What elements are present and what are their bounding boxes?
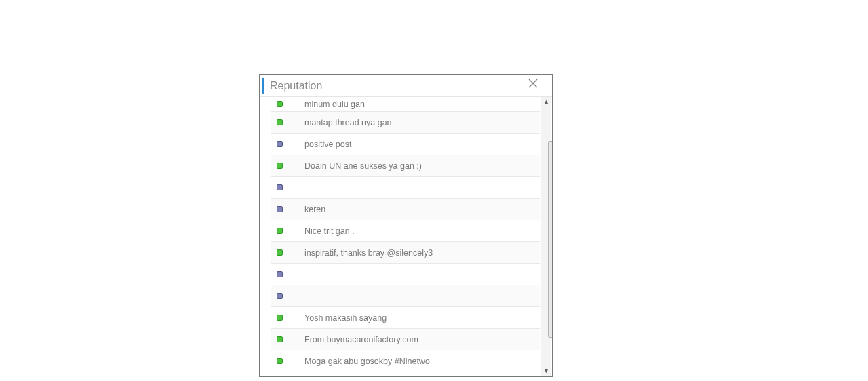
list-item (271, 177, 540, 199)
list-item: mantap thread nya gan (271, 112, 540, 134)
list-item: Doain UN ane sukses ya gan ;) (271, 155, 540, 177)
rep-badge-icon (277, 163, 283, 169)
rep-text: Yosh makasih sayang (304, 313, 387, 323)
reputation-list: minum dulu gan mantap thread nya gan pos… (271, 97, 540, 376)
rep-badge-icon (277, 271, 283, 277)
rep-badge-icon (277, 293, 283, 299)
list-item: keren (271, 199, 540, 220)
list-item (271, 285, 540, 307)
reputation-modal: Reputation ▲ ▼ minum dulu gan mantap thr… (259, 74, 553, 377)
rep-badge-icon (277, 141, 283, 147)
close-button[interactable] (528, 78, 540, 90)
rep-badge-icon (277, 336, 283, 342)
modal-body: ▲ ▼ minum dulu gan mantap thread nya gan… (260, 97, 552, 376)
scroll-up-button[interactable]: ▲ (541, 97, 551, 106)
rep-badge-icon (277, 101, 283, 107)
modal-accent-bar (262, 78, 264, 94)
list-item (271, 264, 540, 285)
rep-text: inspiratif, thanks bray @silencely3 (304, 248, 433, 258)
list-item: From buymacaronifactory.com (271, 329, 540, 350)
rep-badge-icon (277, 184, 283, 190)
scroll-down-button[interactable]: ▼ (541, 366, 551, 376)
rep-text: positive post (304, 140, 351, 149)
list-item: minum dulu gan (271, 97, 540, 112)
rep-text: mantap thread nya gan (304, 118, 392, 127)
modal-header: Reputation (260, 75, 552, 97)
rep-text: keren (304, 205, 326, 214)
scrollbar-thumb[interactable] (548, 141, 552, 338)
rep-badge-icon (277, 228, 283, 234)
modal-title: Reputation (270, 80, 322, 92)
rep-text: Moga gak abu gosokby #Ninetwo (304, 357, 430, 366)
rep-badge-icon (277, 315, 283, 321)
list-item: inspiratif, thanks bray @silencely3 (271, 242, 540, 264)
rep-text: From buymacaronifactory.com (304, 335, 418, 344)
rep-badge-icon (277, 358, 283, 364)
list-item: Moga gak abu gosokby #Ninetwo (271, 350, 540, 372)
rep-text: Doain UN ane sukses ya gan ;) (304, 161, 422, 171)
close-icon (528, 78, 538, 89)
rep-badge-icon (277, 206, 283, 212)
rep-text: Nice trit gan.. (304, 226, 355, 236)
rep-badge-icon (277, 119, 283, 125)
list-item: positive post (271, 134, 540, 155)
rep-text: minum dulu gan (304, 100, 365, 109)
list-item: Nice trit gan.. (271, 220, 540, 242)
rep-badge-icon (277, 249, 283, 256)
list-item: Yosh makasih sayang (271, 307, 540, 329)
